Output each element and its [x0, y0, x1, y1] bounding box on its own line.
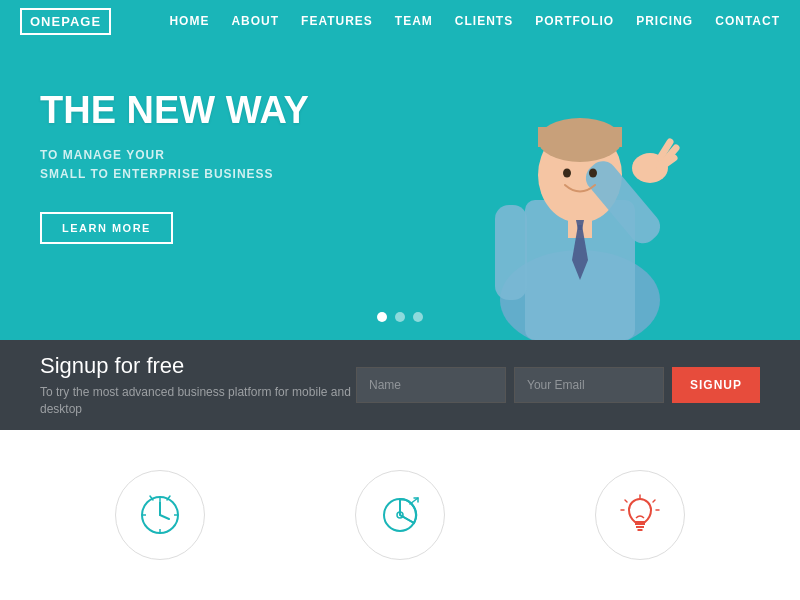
- signup-button[interactable]: SIGNUP: [672, 367, 760, 403]
- nav-team[interactable]: TEAM: [395, 14, 433, 28]
- nav-portfolio[interactable]: PORTFOLIO: [535, 14, 614, 28]
- svg-point-15: [589, 169, 597, 178]
- hero-subtitle-line1: TO MANAGE YOUR: [40, 148, 165, 162]
- nav-about[interactable]: ABOUT: [231, 14, 279, 28]
- svg-line-29: [410, 498, 418, 504]
- main-nav: HOME ABOUT FEATURES TEAM CLIENTS PORTFOL…: [169, 14, 780, 28]
- svg-point-14: [563, 169, 571, 178]
- signup-name-input[interactable]: [356, 367, 506, 403]
- learn-more-button[interactable]: LEARN MORE: [40, 212, 173, 244]
- nav-clients[interactable]: CLIENTS: [455, 14, 513, 28]
- logo-page: PAGE: [61, 14, 101, 29]
- signup-desc-line1: To try the most advanced business platfo…: [40, 385, 351, 399]
- signup-email-input[interactable]: [514, 367, 664, 403]
- feature-icon-circle-chart: [355, 470, 445, 560]
- svg-line-34: [625, 500, 627, 502]
- feature-icon-circle-clock: [115, 470, 205, 560]
- slider-dot-2[interactable]: [395, 312, 405, 322]
- feature-item-clock: [115, 470, 205, 560]
- person-svg: [450, 20, 710, 340]
- slider-dot-3[interactable]: [413, 312, 423, 322]
- signup-section: Signup for free To try the most advanced…: [0, 340, 800, 430]
- nav-features[interactable]: FEATURES: [301, 14, 373, 28]
- nav-home[interactable]: HOME: [169, 14, 209, 28]
- svg-line-35: [653, 500, 655, 502]
- hero-content: THE NEW WAY TO MANAGE YOUR SMALL TO ENTE…: [40, 90, 309, 244]
- clock-icon: [135, 490, 185, 540]
- svg-rect-4: [538, 127, 622, 147]
- slider-dot-1[interactable]: [377, 312, 387, 322]
- chart-icon: [375, 490, 425, 540]
- nav-pricing[interactable]: PRICING: [636, 14, 693, 28]
- hero-section: ONEPAGE HOME ABOUT FEATURES TEAM CLIENTS…: [0, 0, 800, 340]
- hero-title: THE NEW WAY: [40, 90, 309, 132]
- nav-contact[interactable]: CONTACT: [715, 14, 780, 28]
- site-header: ONEPAGE HOME ABOUT FEATURES TEAM CLIENTS…: [0, 0, 800, 42]
- svg-rect-8: [495, 205, 527, 300]
- signup-desc: To try the most advanced business platfo…: [40, 384, 351, 418]
- features-section: [0, 430, 800, 600]
- logo[interactable]: ONEPAGE: [20, 8, 111, 35]
- lightbulb-icon: [615, 490, 665, 540]
- hero-person-illustration: [440, 0, 720, 340]
- signup-title: Signup for free: [40, 353, 351, 379]
- hero-subtitle: TO MANAGE YOUR SMALL TO ENTERPRISE BUSIN…: [40, 146, 309, 184]
- signup-desc-line2: desktop: [40, 402, 82, 416]
- feature-item-bulb: [595, 470, 685, 560]
- signup-form: SIGNUP: [356, 367, 760, 403]
- slider-dots: [377, 312, 423, 322]
- hero-subtitle-line2: SMALL TO ENTERPRISE BUSINESS: [40, 167, 274, 181]
- svg-line-18: [160, 515, 169, 519]
- logo-one: ONE: [30, 14, 61, 29]
- feature-item-chart: [355, 470, 445, 560]
- signup-text-area: Signup for free To try the most advanced…: [40, 353, 351, 418]
- feature-icon-circle-bulb: [595, 470, 685, 560]
